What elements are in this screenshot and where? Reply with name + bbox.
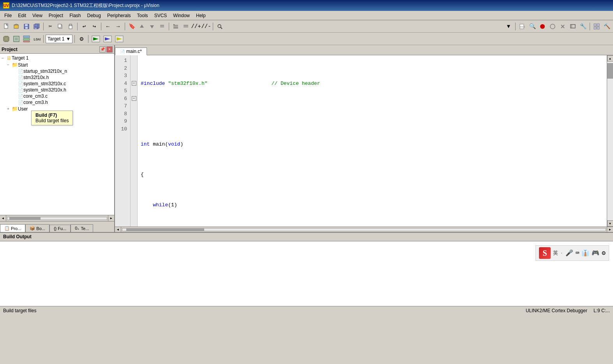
- translate-button[interactable]: [114, 33, 125, 44]
- vertical-scrollbar[interactable]: ▲ ▼: [607, 55, 613, 227]
- ln-3: 3: [117, 72, 127, 80]
- panel-pin-button[interactable]: 📌: [99, 46, 106, 53]
- tree-item-core-h[interactable]: · 📄 core_cm3.h: [1, 99, 113, 106]
- target-dropdown[interactable]: Target 1 ▼: [46, 35, 72, 43]
- panel-hscroll[interactable]: ◀ ▶: [0, 215, 114, 221]
- debug-kill-button[interactable]: [558, 22, 567, 31]
- collapse-box-6[interactable]: −: [132, 96, 136, 101]
- hscroll-left-button[interactable]: ◀: [0, 215, 6, 222]
- config-button[interactable]: 🔧: [578, 22, 588, 31]
- menu-peripherals[interactable]: Peripherals: [104, 12, 134, 19]
- collapse-box-4[interactable]: −: [132, 81, 136, 86]
- uncomment-button[interactable]: //-: [201, 22, 211, 31]
- ime-keyboard-icon[interactable]: ⌨: [576, 249, 579, 257]
- menu-edit[interactable]: Edit: [15, 12, 29, 19]
- include-comment: // Device header: [271, 80, 320, 88]
- tree-item-target1[interactable]: − 🖥 Target 1: [1, 55, 113, 62]
- tree-item-system-h[interactable]: · 📄 system_stm32f10x.h: [1, 87, 113, 93]
- menu-view[interactable]: View: [30, 12, 45, 19]
- panel-tab-project[interactable]: 📋 Pro...: [0, 224, 25, 232]
- hscroll-track[interactable]: [7, 217, 107, 220]
- menu-window[interactable]: Window: [170, 12, 193, 19]
- panel-tab-functions[interactable]: {} Fu...: [49, 225, 71, 232]
- menu-help[interactable]: Help: [193, 12, 208, 19]
- bookmark-button[interactable]: 🔖: [127, 22, 136, 31]
- panel-tab-templates[interactable]: 0₊ Te...: [71, 224, 93, 232]
- indent-button[interactable]: [171, 22, 180, 31]
- paste-button[interactable]: [66, 22, 75, 31]
- clear-bookmarks-button[interactable]: [157, 22, 167, 31]
- tree-item-start[interactable]: − 📁 Start: [1, 62, 113, 68]
- dropdown-arrow-button[interactable]: ▼: [504, 22, 513, 31]
- panel-tab-books[interactable]: 📦 Bo...: [25, 224, 49, 232]
- panel-close-button[interactable]: ×: [106, 46, 113, 53]
- cut-button[interactable]: ✂: [46, 22, 55, 31]
- hscroll-right-btn[interactable]: ▶: [607, 227, 613, 232]
- unindent-button[interactable]: [181, 22, 191, 31]
- tree-item-system-c[interactable]: · 📄 system_stm32f10x.c: [1, 81, 113, 87]
- find-in-files-button[interactable]: [215, 22, 224, 31]
- ime-mic-icon[interactable]: 🎤: [565, 249, 573, 257]
- load-icon: LOAD: [32, 34, 41, 44]
- vscroll-up-button[interactable]: ▲: [607, 55, 613, 62]
- undo-button[interactable]: ↩: [79, 22, 89, 31]
- cpu-icon: [2, 34, 11, 44]
- grid-view-button[interactable]: [592, 22, 601, 31]
- prev-bookmark-button[interactable]: [137, 22, 147, 31]
- project-panel-title: Project: [2, 47, 18, 52]
- cc-4[interactable]: −: [131, 80, 137, 88]
- build-button[interactable]: [90, 33, 101, 44]
- hscroll-track-editor[interactable]: [122, 228, 606, 231]
- menu-file[interactable]: File: [2, 12, 14, 19]
- ime-lang-text[interactable]: 英: [553, 250, 558, 257]
- vscroll-track[interactable]: [607, 62, 613, 220]
- tree-item-stm32f10x-h[interactable]: · 📄 stm32f10x.h: [1, 74, 113, 81]
- tree-item-startup[interactable]: · 📄 startup_stm32f10x_n: [1, 68, 113, 74]
- file-extensions-button[interactable]: ext: [518, 22, 527, 31]
- next-bookmark-button[interactable]: [147, 22, 157, 31]
- menu-project[interactable]: Project: [46, 12, 66, 19]
- hscroll-left-btn[interactable]: ◀: [115, 227, 121, 232]
- forward-button[interactable]: →: [113, 22, 123, 31]
- hscroll-right-button[interactable]: ▶: [108, 215, 114, 222]
- start-expand-icon[interactable]: −: [7, 63, 12, 67]
- vscroll-down-button[interactable]: ▼: [607, 220, 613, 227]
- build-output-title: Build Output: [3, 234, 32, 239]
- redo-button[interactable]: ↪: [90, 22, 99, 31]
- cc-2: [131, 65, 137, 72]
- user-expand-icon[interactable]: +: [7, 107, 12, 111]
- editor-hscrollbar[interactable]: ◀ ▶: [115, 227, 613, 232]
- target-options-button[interactable]: ⚙: [77, 34, 86, 44]
- new-file-button[interactable]: [2, 22, 11, 31]
- tree-label-system-c: system_stm32f10x.c: [23, 81, 66, 86]
- menu-debug[interactable]: Debug: [85, 12, 104, 19]
- menu-svcs[interactable]: SVCS: [152, 12, 170, 19]
- code-editor[interactable]: 1 2 3 4 5 6 7 8 9 10 −: [115, 55, 613, 227]
- sep2: [77, 23, 78, 30]
- open-file-button[interactable]: [12, 22, 21, 31]
- project-tree: − 🖥 Target 1 − 📁 Start · 📄 startup_stm32…: [0, 54, 114, 232]
- save-button[interactable]: [22, 22, 31, 31]
- ime-emoji-icon[interactable]: 🎮: [592, 249, 599, 257]
- debug-reset-button[interactable]: [548, 22, 557, 31]
- save-all-button[interactable]: [32, 22, 41, 31]
- tools-settings-button[interactable]: 🔨: [602, 22, 611, 31]
- back-button[interactable]: ←: [103, 22, 113, 31]
- copy-button[interactable]: [56, 22, 65, 31]
- menu-flash[interactable]: Flash: [67, 12, 83, 19]
- ime-skin-icon[interactable]: 👔: [581, 249, 589, 257]
- target1-expand-icon[interactable]: −: [2, 56, 6, 60]
- rebuild-button[interactable]: [102, 33, 113, 44]
- tree-item-core-c[interactable]: · 📄 core_cm3.c: [1, 93, 113, 99]
- cpu2-icon: [12, 34, 21, 44]
- menu-tools[interactable]: Tools: [134, 12, 151, 19]
- status-debugger: ULINK2/ME Cortex Debugger: [526, 308, 587, 313]
- cc-6[interactable]: −: [131, 95, 137, 103]
- code-content[interactable]: #include "stm32f10x.h" // Device header …: [138, 55, 607, 227]
- search-icon-button[interactable]: 🔍: [528, 22, 537, 31]
- ime-settings-icon[interactable]: ⚙: [602, 249, 606, 257]
- stop-build-button[interactable]: [538, 22, 547, 31]
- comment-button[interactable]: //+: [191, 22, 201, 31]
- editor-tab-main[interactable]: 📄 main.c*: [115, 47, 147, 55]
- output-icon-button[interactable]: [568, 22, 578, 31]
